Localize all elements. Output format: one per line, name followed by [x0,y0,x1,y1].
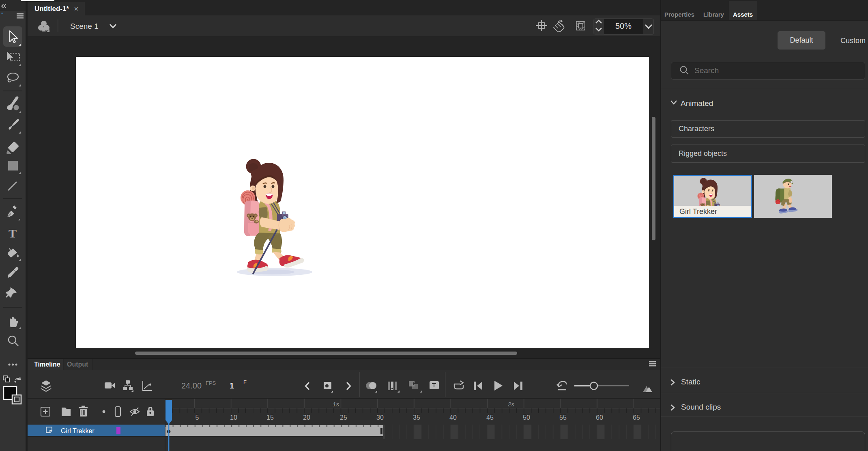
svg-text:2s: 2s [507,401,514,408]
svg-text:25: 25 [340,414,347,421]
svg-text:F: F [243,379,247,385]
svg-text:35: 35 [413,414,420,421]
svg-text:Scene 1: Scene 1 [70,22,99,30]
svg-text:1: 1 [230,381,234,390]
svg-text:Output: Output [67,361,88,368]
svg-text:20: 20 [303,414,310,421]
svg-text:50%: 50% [615,22,632,30]
svg-text:Girl Trekker: Girl Trekker [61,427,95,434]
svg-text:5: 5 [196,414,199,421]
svg-text:FPS: FPS [206,380,216,386]
svg-text:45: 45 [486,414,494,421]
svg-text:Timeline: Timeline [34,361,60,368]
svg-text:30: 30 [376,414,384,421]
svg-text:40: 40 [449,414,457,421]
svg-text:15: 15 [266,414,274,421]
svg-text:1s: 1s [333,401,339,408]
svg-text:65: 65 [633,414,640,421]
svg-text:50: 50 [523,414,530,421]
svg-text:55: 55 [559,414,567,421]
svg-text:60: 60 [596,414,603,421]
svg-text:10: 10 [230,414,237,421]
svg-text:24.00: 24.00 [181,381,202,390]
svg-text:T: T [9,227,17,240]
